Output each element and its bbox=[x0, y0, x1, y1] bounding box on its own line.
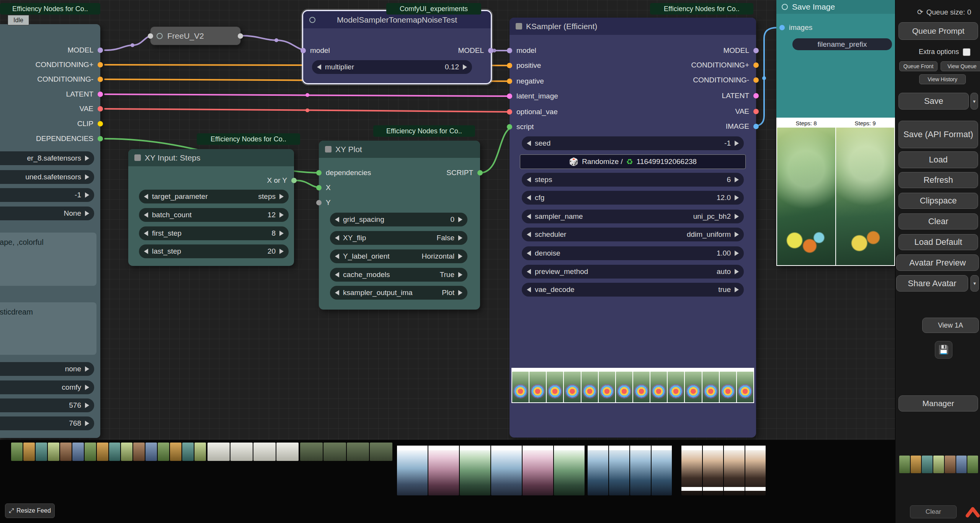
output-port-conditioning-minus[interactable]: CONDITIONING- bbox=[693, 76, 759, 84]
node-header[interactable]: XY Plot bbox=[319, 141, 480, 158]
widget-xy-flip[interactable]: XY_flip False bbox=[330, 231, 467, 245]
increment-icon[interactable] bbox=[279, 212, 284, 218]
thumbnail-image[interactable] bbox=[72, 443, 84, 461]
decrement-icon[interactable] bbox=[335, 217, 339, 222]
thumbnail-image[interactable] bbox=[685, 372, 701, 402]
port-dot[interactable] bbox=[753, 48, 759, 53]
increment-icon[interactable] bbox=[458, 272, 462, 277]
input-port-latent-image[interactable]: latent_image bbox=[507, 92, 558, 100]
thumbnail-image[interactable] bbox=[300, 443, 323, 461]
resize-feed-button[interactable]: ⤢ Resize Feed bbox=[5, 503, 55, 518]
input-port-model[interactable]: model bbox=[301, 46, 330, 55]
view-history-button[interactable]: View History bbox=[919, 74, 966, 84]
extra-options-checkbox[interactable] bbox=[963, 48, 970, 56]
input-port-optional-vae[interactable]: optional_vae bbox=[507, 108, 558, 116]
save-api-button[interactable]: Save (API Format) bbox=[898, 121, 978, 148]
decrement-icon[interactable] bbox=[144, 249, 148, 254]
load-default-button[interactable]: Load Default bbox=[898, 234, 978, 250]
collapse-toggle-icon[interactable] bbox=[157, 33, 163, 39]
collapse-toggle-icon[interactable] bbox=[516, 23, 522, 30]
increment-icon[interactable] bbox=[463, 64, 467, 70]
widget-denoise[interactable]: denoise 1.00 bbox=[522, 246, 744, 260]
port-dot[interactable] bbox=[507, 93, 512, 99]
thumbnail-image[interactable] bbox=[370, 443, 392, 461]
input-port-dependencies[interactable]: dependencies bbox=[316, 169, 371, 177]
collapsed-output-dot[interactable] bbox=[238, 33, 243, 39]
decrement-icon[interactable] bbox=[527, 214, 531, 219]
output-port-conditioning-plus[interactable]: CONDITIONING+ bbox=[36, 61, 103, 69]
view-1a-button[interactable]: View 1A bbox=[922, 318, 979, 333]
thumbnail-image[interactable] bbox=[97, 443, 108, 461]
avatar-preview-button[interactable]: Avatar Preview bbox=[896, 254, 979, 271]
clear-feed-button[interactable]: Clear bbox=[910, 505, 957, 518]
widget-filename-prefix[interactable]: filename_prefix bbox=[792, 38, 892, 50]
clear-button[interactable]: Clear bbox=[898, 213, 978, 230]
collapse-toggle-icon[interactable] bbox=[782, 4, 788, 10]
decrement-icon[interactable] bbox=[335, 254, 339, 259]
port-dot[interactable] bbox=[98, 77, 103, 82]
manager-button[interactable]: Manager bbox=[898, 395, 978, 412]
thumbnail-image[interactable] bbox=[36, 443, 47, 461]
output-port-model[interactable]: MODEL bbox=[67, 46, 103, 54]
widget-vae-name[interactable]: uned.safetensors bbox=[0, 170, 94, 184]
queue-prompt-button[interactable]: Queue Prompt bbox=[898, 22, 978, 40]
output-port-clip[interactable]: CLIP bbox=[77, 120, 103, 128]
output-port-conditioning-minus[interactable]: CONDITIONING- bbox=[37, 75, 103, 84]
widget-empty-latent-width[interactable]: 576 bbox=[0, 398, 94, 412]
increment-icon[interactable] bbox=[85, 156, 89, 161]
thumbnail-image[interactable] bbox=[922, 456, 933, 473]
thumbnail-image[interactable] bbox=[956, 456, 967, 473]
widget-preview-method[interactable]: preview_method auto bbox=[522, 265, 744, 279]
port-dot[interactable] bbox=[753, 77, 759, 83]
decrement-icon[interactable] bbox=[527, 195, 531, 200]
input-port-model[interactable]: model bbox=[507, 46, 536, 55]
thumbnail-image[interactable] bbox=[529, 372, 546, 402]
thumbnail-image[interactable] bbox=[428, 446, 459, 495]
thumbnail-image[interactable] bbox=[207, 443, 230, 461]
port-dot[interactable] bbox=[753, 124, 759, 129]
widget-vae-decode[interactable]: vae_decode true bbox=[522, 283, 744, 297]
port-dot[interactable] bbox=[316, 200, 322, 205]
output-port-image[interactable]: IMAGE bbox=[726, 122, 759, 131]
thumbnail-image[interactable] bbox=[616, 372, 632, 402]
thumbnail-image[interactable] bbox=[588, 446, 608, 495]
thumbnail-image[interactable] bbox=[48, 443, 59, 461]
thumbnail-image[interactable] bbox=[668, 372, 684, 402]
preview-column[interactable]: Steps: 9 bbox=[836, 118, 894, 265]
thumbnail-image[interactable] bbox=[945, 456, 956, 473]
share-avatar-dropdown-button[interactable]: ▾ bbox=[970, 275, 979, 292]
node-header[interactable]: XY Input: Steps bbox=[128, 149, 294, 166]
input-port-x[interactable]: X bbox=[316, 184, 331, 192]
port-dot[interactable] bbox=[507, 48, 512, 53]
node-freeu-v2[interactable]: FreeU_V2 bbox=[150, 26, 241, 45]
decrement-icon[interactable] bbox=[527, 269, 531, 274]
widget-weight-interpretation[interactable]: comfy bbox=[0, 380, 94, 394]
port-dot[interactable] bbox=[753, 93, 759, 98]
thumbnail-image[interactable] bbox=[323, 443, 346, 461]
decrement-icon[interactable] bbox=[527, 141, 531, 146]
decrement-icon[interactable] bbox=[527, 251, 531, 256]
increment-icon[interactable] bbox=[735, 287, 739, 292]
preview-column[interactable]: Steps: 8 bbox=[777, 118, 835, 265]
port-dot[interactable] bbox=[316, 170, 322, 175]
increment-icon[interactable] bbox=[735, 251, 739, 256]
thumbnail-image[interactable] bbox=[720, 372, 736, 402]
widget-last-step[interactable]: last_step 20 bbox=[139, 244, 289, 258]
port-dot[interactable] bbox=[779, 25, 785, 30]
thumbnail-image[interactable] bbox=[121, 443, 132, 461]
port-dot[interactable] bbox=[507, 79, 512, 84]
clipspace-button[interactable]: Clipspace bbox=[898, 193, 978, 209]
decrement-icon[interactable] bbox=[527, 177, 531, 182]
port-dot[interactable] bbox=[477, 170, 483, 175]
thumbnail-image[interactable] bbox=[170, 443, 181, 461]
widget-cfg[interactable]: cfg 12.0 bbox=[522, 191, 744, 205]
thumbnail-image[interactable] bbox=[724, 446, 745, 495]
output-port-dependencies[interactable]: DEPENDENCIES bbox=[36, 134, 103, 143]
thumbnail-image[interactable] bbox=[230, 443, 253, 461]
port-dot[interactable] bbox=[98, 106, 103, 111]
node-save-image[interactable]: Save Image images filename_prefix Steps:… bbox=[776, 0, 895, 266]
load-button[interactable]: Load bbox=[898, 151, 978, 168]
widget-y-label-orientation[interactable]: Y_label_orient Horizontal bbox=[330, 249, 467, 263]
port-dot[interactable] bbox=[98, 62, 103, 67]
increment-icon[interactable] bbox=[458, 290, 462, 295]
